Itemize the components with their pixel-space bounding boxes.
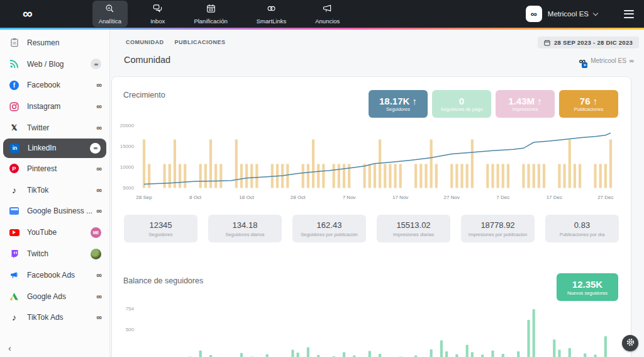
profile-infinity-badge: ∞ (96, 292, 101, 301)
sidebar-item-pinterest[interactable]: P Pinterest ∞ (0, 158, 109, 179)
stat-value: 134.18 (233, 220, 258, 230)
sidebar-item-label: Pinterest (27, 164, 57, 173)
svg-text:27 Dec: 27 Dec (597, 195, 613, 200)
stat-label: Impresiones diarias (393, 232, 434, 237)
twitter-x-icon: 𝕏 (9, 123, 19, 133)
growth-section-title: Crecimiento (123, 91, 165, 99)
nav-item-analitica[interactable]: Analítica (92, 1, 128, 27)
sidebar-item-label: YouTube (27, 228, 57, 237)
page-title: Comunidad (124, 55, 170, 65)
profile-infinity-badge: ∞ (96, 123, 101, 132)
sidebar-item-twitter[interactable]: 𝕏 Twitter ∞ (0, 117, 109, 139)
svg-text:17 Nov: 17 Nov (392, 195, 408, 200)
svg-text:15000: 15000 (120, 144, 135, 149)
kpi-label: Seguidores (386, 106, 410, 112)
sidebar-item-label: Resumen (27, 38, 59, 47)
nav-item-planificacion[interactable]: Planificación (187, 1, 233, 27)
stat-seguidores: 12345 Seguidores (124, 215, 197, 242)
section-tabs: COMUNIDAD PUBLICACIONES (126, 39, 226, 45)
profile-infinity-badge: ∞ (91, 59, 101, 69)
inbox-chat-icon (153, 4, 162, 16)
tab-publicaciones[interactable]: PUBLICACIONES (175, 39, 226, 45)
instagram-icon (9, 101, 19, 112)
top-navbar: ∞ Analítica Inbox Planificación SmartLin… (0, 0, 644, 28)
sidebar-item-youtube[interactable]: YouTube ME (0, 222, 109, 243)
sidebar-item-label: Web / Blog (27, 60, 64, 69)
sidebar-item-google-ads[interactable]: Google Ads ∞ (0, 286, 109, 307)
linkedin-mini-badge-icon: in (582, 62, 587, 68)
calendar-icon (544, 37, 550, 48)
stat-label: Publicaciones por día (560, 232, 605, 237)
date-range-picker[interactable]: 28 SEP 2023 - 28 DIC 2023 (538, 37, 639, 48)
svg-text:18 Oct: 18 Oct (239, 195, 254, 200)
facebook-icon: f (9, 80, 19, 91)
profile-initials-badge: ME (91, 227, 101, 238)
sidebar-item-label: TikTok (27, 186, 48, 195)
sidebar-item-resumen[interactable]: Resumen (0, 32, 109, 54)
google-business-icon (9, 206, 19, 217)
calendar-icon (206, 4, 216, 16)
sidebar-item-label: TikTok Ads (27, 313, 64, 322)
links-icon (267, 4, 276, 16)
nav-item-smartlinks[interactable]: SmartLinks (250, 1, 293, 27)
stat-value: 0.83 (574, 220, 590, 230)
analytics-search-icon (105, 4, 114, 16)
sidebar-item-facebook[interactable]: f Facebook ∞ (0, 75, 109, 96)
nav-label: Inbox (150, 18, 165, 25)
svg-text:28 Oct: 28 Oct (291, 195, 306, 200)
svg-text:754: 754 (126, 306, 135, 312)
kpi-impresiones: 1.43M ↑ Impresiones (496, 90, 555, 118)
tab-comunidad[interactable]: COMUNIDAD (126, 39, 164, 45)
stat-value: 15513.02 (396, 220, 430, 230)
new-followers-badge: 12.35K Nuevos seguidores (557, 273, 618, 301)
profile-infinity-badge: ∞ (96, 207, 101, 215)
chevron-down-icon[interactable] (593, 10, 598, 15)
sidebar-item-label: Instagram (27, 102, 60, 111)
sidebar-item-tiktok[interactable]: ♪ TikTok ∞ (0, 179, 109, 201)
metricool-logo-icon[interactable]: ∞ (23, 7, 32, 21)
twitch-icon (9, 249, 19, 259)
summary-stats-row: 12345 Seguidores 134.18 Seguidores diari… (124, 215, 619, 242)
hamburger-menu-icon[interactable] (624, 10, 634, 18)
stat-label: Impresiones por publicación (469, 232, 527, 237)
sidebar-item-linkedin[interactable]: in LinkedIn ∞ (3, 139, 106, 158)
metricool-profile-logo-icon: ∞in (579, 56, 585, 65)
sidebar-item-label: Facebook (27, 81, 60, 89)
profile-name: Metricool ES (591, 57, 626, 64)
rss-icon (9, 59, 19, 69)
settings-gear-button[interactable] (622, 335, 638, 351)
stat-seguidores-por-publicacion: 162.43 Seguidores por publicación (292, 215, 366, 242)
svg-text:17 Dec: 17 Dec (547, 195, 562, 200)
account-name[interactable]: Metricool ES (548, 10, 589, 18)
kpi-label: Publicaciones (574, 106, 603, 112)
main-nav: Analítica Inbox Planificación SmartLinks… (92, 1, 347, 27)
nav-label: Planificación (194, 18, 227, 25)
badge-value: 12.35K (572, 279, 602, 290)
collapse-sidebar-chevron-left-icon[interactable]: ‹ (8, 343, 11, 353)
badge-label: Nuevos seguidores (567, 290, 608, 296)
account-logo-icon[interactable]: ∞ (526, 6, 542, 22)
date-range-label: 28 SEP 2023 - 28 DIC 2023 (554, 39, 633, 46)
nav-item-inbox[interactable]: Inbox (144, 1, 171, 27)
svg-text:20000: 20000 (120, 123, 135, 128)
connected-profile[interactable]: ∞in Metricool ES ∞ (579, 56, 633, 65)
sidebar-item-label: LinkedIn (28, 144, 56, 152)
profile-infinity-badge: ∞ (96, 81, 101, 89)
sidebar-item-twitch[interactable]: Twitch (0, 243, 109, 264)
balance-section-title: Balance de seguidores (123, 276, 203, 285)
balance-chart: 754500 (112, 300, 628, 357)
svg-text:27 Nov: 27 Nov (444, 195, 460, 200)
tiktok-ads-icon: ♪ (9, 312, 19, 323)
trend-up-icon: ↑ (593, 96, 598, 106)
pinterest-icon: P (9, 163, 19, 174)
nav-item-anuncios[interactable]: Anuncios (309, 1, 346, 27)
facebook-ads-icon (9, 269, 19, 280)
kpi-seguidores-de-pago: 0 Seguidores de pago (432, 90, 491, 118)
sidebar-item-instagram[interactable]: Instagram ∞ (0, 96, 109, 117)
stat-impresiones-diarias: 15513.02 Impresiones diarias (377, 215, 450, 242)
sidebar-item-web-blog[interactable]: Web / Blog ∞ (0, 54, 109, 75)
sidebar-item-facebook-ads[interactable]: Facebook Ads ∞ (0, 264, 109, 286)
sidebar-item-tiktok-ads[interactable]: ♪ TikTok Ads ∞ (0, 307, 109, 329)
sidebar-item-google-business[interactable]: Google Business ... ∞ (0, 201, 109, 222)
stat-label: Seguidores por publicación (301, 232, 357, 237)
